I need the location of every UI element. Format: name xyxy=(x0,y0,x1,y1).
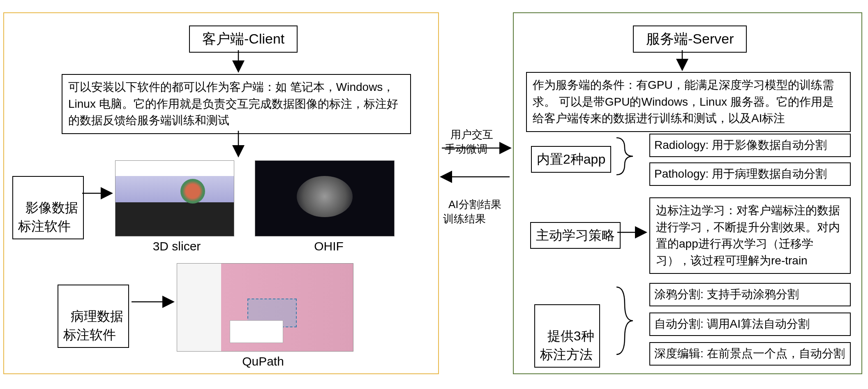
imaging-label-box: 影像数据 标注软件 xyxy=(12,176,84,239)
client-title: 客户端-Client xyxy=(202,31,284,46)
qupath-thumb xyxy=(177,263,353,352)
active-label: 主动学习策略 xyxy=(536,228,615,243)
slicer-thumb xyxy=(115,160,234,236)
m3: 深度编辑: 在前景点一个点，自动分割 xyxy=(654,347,845,360)
m1: 涂鸦分割: 支持手动涂鸦分割 xyxy=(654,288,799,301)
active-label-box: 主动学习策略 xyxy=(530,222,621,249)
methods-label-box: 提供3种 标注方法 xyxy=(534,304,600,368)
methods-label: 提供3种 标注方法 xyxy=(540,329,594,362)
ohif-thumb xyxy=(255,160,395,236)
active-desc-box: 边标注边学习：对客户端标注的数据进行学习，不断提升分割效果。对内置的app进行再… xyxy=(649,197,851,274)
center-top-label: 用户交互 手动微调 xyxy=(445,113,493,156)
app1-box: Radiology: 用于影像数据自动分割 xyxy=(649,134,851,157)
server-desc-box: 作为服务端的条件：有GPU，能满足深度学习模型的训练需求。 可以是带GPU的Wi… xyxy=(526,72,851,132)
imaging-label: 影像数据 标注软件 xyxy=(18,200,78,234)
apps-label: 内置2种app xyxy=(537,152,605,167)
m1-box: 涂鸦分割: 支持手动涂鸦分割 xyxy=(649,283,851,306)
qupath-dialog xyxy=(230,320,283,343)
server-desc: 作为服务端的条件：有GPU，能满足深度学习模型的训练需求。 可以是带GPU的Wi… xyxy=(533,79,834,125)
app1: Radiology: 用于影像数据自动分割 xyxy=(654,139,827,151)
qupath-caption: QuPath xyxy=(230,354,296,368)
ohif-caption: OHIF xyxy=(304,239,353,253)
slicer-3d-blob xyxy=(180,179,205,204)
client-desc: 可以安装以下软件的都可以作为客户端：如 笔记本，Windows，Linux 电脑… xyxy=(68,81,398,127)
app2-box: Pathology: 用于病理数据自动分割 xyxy=(649,162,851,186)
active-desc: 边标注边学习：对客户端标注的数据进行学习，不断提升分割效果。对内置的app进行再… xyxy=(656,204,840,267)
apps-label-box: 内置2种app xyxy=(531,146,611,173)
slicer-caption: 3D slicer xyxy=(136,239,218,253)
m2: 自动分割: 调用AI算法自动分割 xyxy=(654,317,810,330)
server-title: 服务端-Server xyxy=(646,31,734,46)
m2-box: 自动分割: 调用AI算法自动分割 xyxy=(649,313,851,336)
pathology-label: 病理数据 标注软件 xyxy=(63,309,123,342)
m3-box: 深度编辑: 在前景点一个点，自动分割 xyxy=(649,342,851,366)
client-title-box: 客户端-Client xyxy=(189,25,298,53)
server-title-box: 服务端-Server xyxy=(633,25,747,53)
client-desc-box: 可以安装以下软件的都可以作为客户端：如 笔记本，Windows，Linux 电脑… xyxy=(62,74,411,134)
app2: Pathology: 用于病理数据自动分割 xyxy=(654,167,827,180)
center-bottom-label-text: AI分割结果 训练结果 xyxy=(443,198,501,225)
pathology-label-box: 病理数据 标注软件 xyxy=(58,285,129,348)
center-top-label-text: 用户交互 手动微调 xyxy=(445,128,493,155)
center-bottom-label: AI分割结果 训练结果 xyxy=(443,183,501,226)
